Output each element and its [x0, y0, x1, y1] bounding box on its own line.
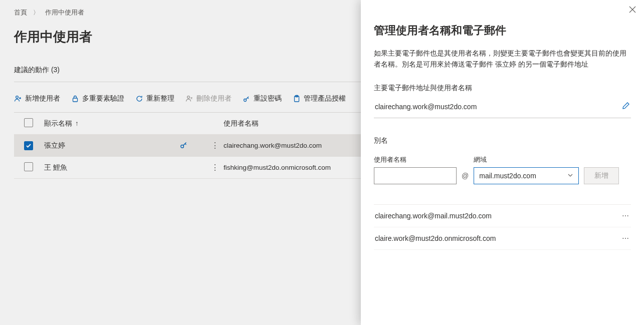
panel-title: 管理使用者名稱和電子郵件	[374, 23, 631, 38]
alias-domain-select[interactable]: mail.must2do.com	[474, 167, 579, 184]
close-panel-button[interactable]	[629, 6, 636, 15]
alias-list: clairechang.work@mail.must2do.com⋯claire…	[374, 204, 631, 250]
alias-row: clairechang.work@mail.must2do.com⋯	[374, 205, 631, 227]
edit-primary-button[interactable]	[622, 102, 630, 112]
alias-section-label: 別名	[374, 136, 631, 145]
primary-section-label: 主要電子郵件地址與使用者名稱	[374, 84, 631, 93]
primary-email-row: clairechang.work@must2do.com	[374, 97, 631, 118]
domain-select-label: 網域	[474, 155, 579, 164]
manage-aliases-panel: 管理使用者名稱和電子郵件 如果主要電子郵件也是其使用者名稱，則變更主要電子郵件也…	[361, 0, 644, 325]
alias-username-input[interactable]	[374, 167, 457, 184]
alias-value: clairechang.work@mail.must2do.com	[375, 212, 492, 220]
at-symbol: @	[462, 167, 469, 184]
alias-value: claire.work@must2do.onmicrosoft.com	[375, 234, 496, 242]
alias-row: claire.work@must2do.onmicrosoft.com⋯	[374, 227, 631, 250]
chevron-down-icon	[567, 172, 573, 180]
alias-more-button[interactable]: ⋯	[622, 212, 630, 220]
username-input-label: 使用者名稱	[374, 155, 457, 164]
add-alias-button[interactable]: 新增	[584, 167, 619, 184]
panel-description: 如果主要電子郵件也是其使用者名稱，則變更主要電子郵件也會變更其目前的使用者名稱。…	[374, 48, 631, 70]
primary-email-value: clairechang.work@must2do.com	[375, 103, 477, 111]
alias-more-button[interactable]: ⋯	[622, 234, 630, 242]
alias-form: 使用者名稱 @ 網域 mail.must2do.com 新增	[374, 155, 631, 184]
